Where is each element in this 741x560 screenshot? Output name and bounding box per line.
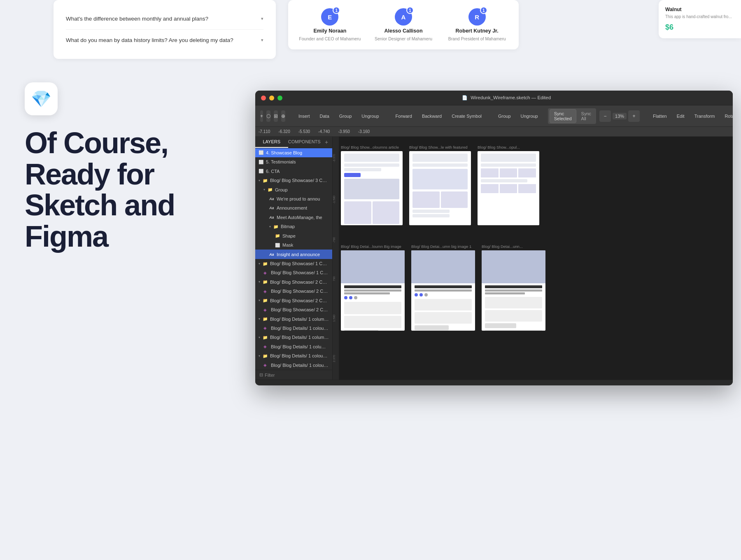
layer-item-meet[interactable]: Aa Meet AutoManage, the <box>255 213 332 222</box>
group-button[interactable]: Group <box>336 112 355 120</box>
ungroup2-button[interactable]: Ungroup <box>517 112 541 120</box>
layer-item-blog-1col[interactable]: ▾ 📁 Blog/ Blog Showcase/ 1 Colou... <box>255 259 332 268</box>
faq-item-1[interactable]: What's the difference between monthly an… <box>66 8 263 30</box>
layer-label: Blog/ Blog Details/ 1 column... <box>271 344 329 349</box>
maximize-button[interactable] <box>277 96 282 100</box>
transform-button[interactable]: Transform <box>691 112 718 120</box>
layer-item-group[interactable]: ▾ 📁 Group <box>255 185 332 194</box>
layer-item-blog-2col-a[interactable]: ▾ 📁 Blog/ Blog Showcase/ 2 Colou... <box>255 278 332 287</box>
component-tool[interactable]: ⊕ <box>281 110 285 122</box>
group2-button[interactable]: Group <box>495 112 514 120</box>
edit-button[interactable]: Edit <box>673 112 688 120</box>
layer-item-shape[interactable]: 📁 Shape <box>255 231 332 240</box>
group-icon: 📁 <box>268 187 273 192</box>
walnut-title: Walnut <box>665 7 734 12</box>
tab-components[interactable]: COMPONENTS <box>288 137 321 148</box>
layer-item-blog-2col-b[interactable]: ◈ Blog/ Blog Showcase/ 2 Colo... <box>255 287 332 296</box>
sync-selected-button[interactable]: Sync Selected <box>550 109 576 123</box>
team-role-robert: Brand President of Mahameru <box>448 36 506 41</box>
layer-item-testimonials[interactable]: ⬜ 5. Testimonials <box>255 157 332 166</box>
layer-item-blog-details-1[interactable]: ▾ 📁 Blog/ Blog Details/ 1 column... <box>255 314 332 323</box>
chevron-down-icon: ▾ <box>259 280 260 284</box>
heading-line3: Sketch and <box>25 189 175 222</box>
layer-item-blog-2col-d[interactable]: ◈ Blog/ Blog Showcase/ 2 Colo... <box>255 305 332 314</box>
layer-label: Bitmap <box>281 224 329 229</box>
backward-button[interactable]: Backward <box>419 112 445 120</box>
faq-item-2[interactable]: What do you mean by data history limits?… <box>66 30 263 51</box>
rotate-label: Rotate <box>725 114 733 119</box>
forward-button[interactable]: Forward <box>392 112 415 120</box>
layer-item-bitmap[interactable]: ▾ 📁 Bitmap <box>255 222 332 231</box>
artboard-label-6: Blog/ Blog Detai...unn... <box>482 244 545 249</box>
artboard-frame-3[interactable] <box>478 151 539 225</box>
sidebar: LAYERS COMPONENTS + ⬜ 4. Showcase Blog ⬜… <box>255 137 333 380</box>
team-role-alesso: Senior Designer of Mahameru <box>375 36 432 41</box>
flatten-label: Flatten <box>653 114 667 119</box>
layer-item-blog-details-2[interactable]: ▾ 📁 Blog/ Blog Details/ 1 column... <box>255 333 332 342</box>
layer-label: Insight and announce <box>277 252 329 257</box>
zoom-out-button[interactable]: − <box>599 110 611 122</box>
artboard-frame-6[interactable] <box>482 250 545 331</box>
data-button[interactable]: Data <box>317 112 333 120</box>
chevron-down-icon: ▾ <box>259 354 260 358</box>
insert-button[interactable]: Insert <box>295 112 313 120</box>
artboard-item-3: Blog/ Blog Show...opul... <box>478 145 539 225</box>
filter-button[interactable]: ⊟ Filter <box>255 370 332 380</box>
tab-layers[interactable]: LAYERS <box>255 137 288 148</box>
filter-icon: ⊟ <box>259 372 263 378</box>
team-badge: 1 <box>480 7 487 14</box>
flatten-button[interactable]: Flatten <box>650 112 670 120</box>
layer-item-blog-details-2b[interactable]: ◈ Blog/ Blog Details/ 1 column... <box>255 342 332 351</box>
layer-item-blog-showcase-3[interactable]: ▾ 📁 Blog/ Blog Showcase/ 3 Colo... <box>255 176 332 185</box>
layer-item-blog-2col-c[interactable]: ▾ 📁 Blog/ Blog Showcase/ 2 Colou... <box>255 296 332 305</box>
layer-label: Blog/ Blog Showcase/ 2 Colou... <box>270 280 329 285</box>
layer-item-insight[interactable]: Aa Insight and announce <box>255 250 332 259</box>
layer-item-proud[interactable]: Aa We're proud to annou <box>255 194 332 203</box>
vertical-ruler: -3.370 -1.580 -790 790 1.580 2.370 <box>333 137 339 380</box>
text-icon: Aa <box>269 252 275 257</box>
layer-item-mask[interactable]: ⬜ Mask <box>255 240 332 250</box>
ungroup-label: Ungroup <box>361 114 379 119</box>
layer-item-showcase-blog[interactable]: ⬜ 4. Showcase Blog <box>255 148 332 157</box>
layer-item-blog-details-3[interactable]: ▾ 📁 Blog/ Blog Details/ 1 coloun... <box>255 351 332 360</box>
avatar-initials: A <box>401 14 406 21</box>
faq-question-1: What's the difference between monthly an… <box>66 16 257 22</box>
frame-tool[interactable]: ⊞ <box>274 110 278 122</box>
artboard-frame-1[interactable] <box>341 151 403 225</box>
layer-item-cta[interactable]: ⬜ 6. CTA <box>255 167 332 176</box>
group-icon: 📁 <box>275 233 281 238</box>
ungroup2-label: Ungroup <box>521 114 538 119</box>
close-button[interactable] <box>261 96 266 100</box>
canvas[interactable]: Blog/ Blog Show...oloumns article <box>333 137 733 380</box>
team-section: E 1 Emily Noraan Founder and CEO of Maha… <box>288 0 519 49</box>
add-layer-button[interactable]: + <box>321 137 332 148</box>
layer-item-blog-details-1b[interactable]: ◈ Blog/ Blog Details/ 1 coloumn... <box>255 324 332 333</box>
artboard-label-1: Blog/ Blog Show...oloumns article <box>341 145 403 149</box>
backward-label: Backward <box>422 114 442 119</box>
group-icon: 📁 <box>263 354 268 358</box>
add-button[interactable]: + <box>260 110 263 122</box>
chevron-down-icon: ▾ <box>259 179 260 182</box>
team-badge: 1 <box>406 7 414 14</box>
artboard-frame-5[interactable] <box>411 250 475 331</box>
ungroup-button[interactable]: Ungroup <box>358 112 382 120</box>
layer-label: Group <box>275 187 329 192</box>
layer-item-announcement[interactable]: Aa Announcement <box>255 203 332 212</box>
layer-label: Mask <box>282 243 329 247</box>
coord-x1: -7.110 <box>259 129 270 134</box>
artboard-frame-2[interactable] <box>409 151 471 225</box>
data-label: Data <box>320 114 329 119</box>
zoom-in-button[interactable]: + <box>628 110 640 122</box>
artboard-frame-4[interactable] <box>341 250 405 331</box>
layer-item-blog-details-3b[interactable]: ◈ Blog/ Blog Details/ 1 coloumn... <box>255 360 332 369</box>
sync-all-button[interactable]: Sync All <box>578 110 594 123</box>
minimize-button[interactable] <box>269 96 274 100</box>
create-symbol-button[interactable]: Create Symbol <box>448 112 485 120</box>
layer-item-blog-1col-b[interactable]: ◈ Blog/ Blog Showcase/ 1 Colo... <box>255 268 332 277</box>
group-icon: 📁 <box>263 317 268 321</box>
shape-tool[interactable]: ⬡ <box>266 110 270 122</box>
coord-x5: -3.950 <box>338 129 350 134</box>
layer-label: 5. Testimonials <box>266 159 329 164</box>
rotate-button[interactable]: Rotate <box>721 112 733 120</box>
create-symbol-label: Create Symbol <box>452 114 482 119</box>
